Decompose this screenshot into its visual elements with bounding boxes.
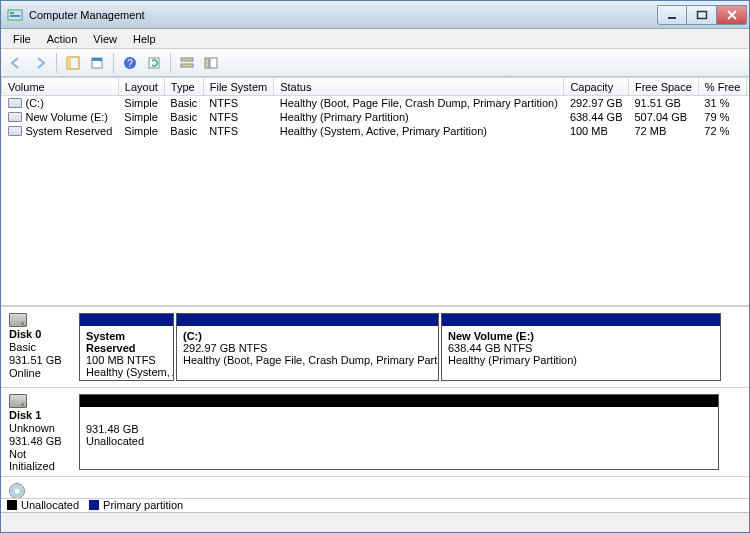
disk-state: Online bbox=[9, 367, 75, 379]
col-status[interactable]: Status bbox=[274, 78, 564, 96]
disk-title: Disk 0 bbox=[9, 328, 75, 340]
legend-label-primary: Primary partition bbox=[103, 499, 183, 511]
cell-type: Basic bbox=[164, 124, 203, 138]
partition[interactable]: 931.48 GBUnallocated bbox=[79, 394, 719, 470]
legend-swatch-unallocated bbox=[7, 500, 17, 510]
table-row[interactable]: System ReservedSimpleBasicNTFSHealthy (S… bbox=[2, 124, 750, 138]
app-icon bbox=[7, 7, 23, 23]
volume-icon bbox=[8, 126, 22, 136]
partition[interactable]: New Volume (E:)638.44 GB NTFSHealthy (Pr… bbox=[441, 313, 721, 381]
col-fault-tolerance[interactable]: Fault Tolerance bbox=[747, 78, 749, 96]
window-controls bbox=[657, 5, 747, 25]
cell-type: Basic bbox=[164, 96, 203, 111]
partition-stripe bbox=[80, 395, 718, 407]
partition-container: 931.48 GBUnallocated bbox=[79, 388, 749, 476]
table-row[interactable]: New Volume (E:)SimpleBasicNTFSHealthy (P… bbox=[2, 110, 750, 124]
col-capacity[interactable]: Capacity bbox=[564, 78, 629, 96]
partition-size: 638.44 GB NTFS bbox=[448, 342, 714, 354]
menu-action[interactable]: Action bbox=[39, 31, 86, 47]
cell-volume: System Reserved bbox=[2, 124, 119, 138]
cell-fault: No bbox=[747, 110, 749, 124]
forward-button[interactable] bbox=[29, 52, 51, 74]
col-layout[interactable]: Layout bbox=[118, 78, 164, 96]
svg-rect-4 bbox=[697, 11, 706, 18]
legend: Unallocated Primary partition bbox=[1, 498, 749, 512]
partition-health: Healthy (System, Acti bbox=[86, 366, 167, 378]
svg-rect-2 bbox=[10, 15, 20, 17]
svg-rect-3 bbox=[668, 17, 676, 19]
cell-pct: 72 % bbox=[698, 124, 746, 138]
menu-view[interactable]: View bbox=[85, 31, 125, 47]
volume-icon bbox=[8, 112, 22, 122]
disk-info[interactable]: Disk 0Basic931.51 GBOnline bbox=[1, 307, 79, 387]
legend-label-unallocated: Unallocated bbox=[21, 499, 79, 511]
col-pct-free[interactable]: % Free bbox=[698, 78, 746, 96]
disk-info[interactable]: Disk 1Unknown931.48 GBNot Initialized bbox=[1, 388, 79, 476]
volume-table: Volume Layout Type File System Status Ca… bbox=[1, 77, 749, 138]
cell-type: Basic bbox=[164, 110, 203, 124]
refresh-button[interactable] bbox=[143, 52, 165, 74]
svg-rect-15 bbox=[210, 58, 217, 68]
menu-help[interactable]: Help bbox=[125, 31, 164, 47]
toolbar-sep-2 bbox=[113, 53, 114, 73]
cell-fault: No bbox=[747, 124, 749, 138]
help-button[interactable]: ? bbox=[119, 52, 141, 74]
drive-icon bbox=[9, 394, 27, 408]
disk-title: Disk 1 bbox=[9, 409, 75, 421]
partition-stripe bbox=[177, 314, 438, 326]
partition[interactable]: (C:)292.97 GB NTFSHealthy (Boot, Page Fi… bbox=[176, 313, 439, 381]
window-title: Computer Management bbox=[29, 9, 145, 21]
cell-free: 507.04 GB bbox=[628, 110, 698, 124]
minimize-button[interactable] bbox=[657, 5, 687, 25]
cell-pct: 31 % bbox=[698, 96, 746, 111]
cell-volume: (C:) bbox=[2, 96, 119, 111]
volume-icon bbox=[8, 98, 22, 108]
partition-label: System Reserved bbox=[86, 330, 167, 354]
disk-state: Not Initialized bbox=[9, 448, 75, 472]
cell-layout: Simple bbox=[118, 110, 164, 124]
col-type[interactable]: Type bbox=[164, 78, 203, 96]
partition[interactable]: System Reserved100 MB NTFSHealthy (Syste… bbox=[79, 313, 174, 381]
menu-file[interactable]: File bbox=[5, 31, 39, 47]
cell-capacity: 292.97 GB bbox=[564, 96, 629, 111]
svg-rect-13 bbox=[181, 64, 193, 67]
close-button[interactable] bbox=[717, 5, 747, 25]
col-free-space[interactable]: Free Space bbox=[628, 78, 698, 96]
show-hide-tree-button[interactable] bbox=[62, 52, 84, 74]
cell-fs: NTFS bbox=[203, 110, 273, 124]
col-volume[interactable]: Volume bbox=[2, 78, 119, 96]
menubar: File Action View Help bbox=[1, 29, 749, 49]
col-filesystem[interactable]: File System bbox=[203, 78, 273, 96]
view-list-button[interactable] bbox=[176, 52, 198, 74]
back-button[interactable] bbox=[5, 52, 27, 74]
disk-row: Disk 0Basic931.51 GBOnlineSystem Reserve… bbox=[1, 307, 749, 388]
svg-rect-14 bbox=[205, 58, 209, 68]
cell-fs: NTFS bbox=[203, 124, 273, 138]
partition-stripe bbox=[80, 314, 173, 326]
cell-status: Healthy (System, Active, Primary Partiti… bbox=[274, 124, 564, 138]
toolbar-sep-3 bbox=[170, 53, 171, 73]
partition-stripe bbox=[442, 314, 720, 326]
cell-free: 72 MB bbox=[628, 124, 698, 138]
cell-fs: NTFS bbox=[203, 96, 273, 111]
content: Volume Layout Type File System Status Ca… bbox=[1, 77, 749, 512]
svg-rect-8 bbox=[92, 58, 102, 61]
partition-size: 100 MB NTFS bbox=[86, 354, 167, 366]
maximize-button[interactable] bbox=[687, 5, 717, 25]
disk-size: 931.51 GB bbox=[9, 354, 75, 366]
properties-button[interactable] bbox=[86, 52, 108, 74]
drive-icon bbox=[9, 313, 27, 327]
svg-text:?: ? bbox=[127, 58, 133, 69]
cell-capacity: 638.44 GB bbox=[564, 110, 629, 124]
table-row[interactable]: (C:)SimpleBasicNTFSHealthy (Boot, Page F… bbox=[2, 96, 750, 111]
disk-info[interactable]: CD-ROM 0DVD (D:)No Media bbox=[1, 477, 79, 498]
partition-size: 931.48 GB bbox=[86, 423, 712, 435]
cell-pct: 79 % bbox=[698, 110, 746, 124]
view-graphical-button[interactable] bbox=[200, 52, 222, 74]
volume-header-row: Volume Layout Type File System Status Ca… bbox=[2, 78, 750, 96]
toolbar: ? bbox=[1, 49, 749, 77]
partition-container: System Reserved100 MB NTFSHealthy (Syste… bbox=[79, 307, 749, 387]
cell-fault: No bbox=[747, 96, 749, 111]
cell-status: Healthy (Primary Partition) bbox=[274, 110, 564, 124]
partition-health: Unallocated bbox=[86, 435, 712, 447]
